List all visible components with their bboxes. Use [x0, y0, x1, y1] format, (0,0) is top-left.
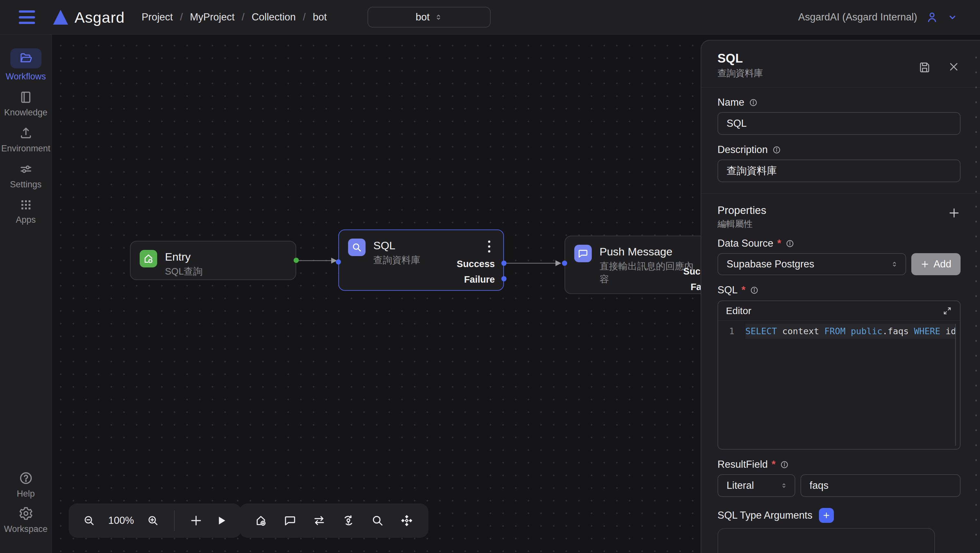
message-node-icon[interactable]: [283, 514, 297, 528]
help-circle-icon: [19, 471, 33, 486]
add-node-button[interactable]: [189, 514, 202, 527]
sql-code[interactable]: SELECT context FROM public.faqs WHERE id…: [745, 324, 955, 339]
sidebar-item-workflows[interactable]: Workflows: [0, 48, 51, 82]
output-success-label: Success: [457, 259, 495, 269]
port-entry-output[interactable]: [294, 258, 299, 263]
brand: Asgard: [53, 8, 125, 26]
breadcrumb: Project / MyProject / Collection / bot: [142, 11, 327, 23]
search-node-icon[interactable]: [371, 514, 384, 528]
name-input[interactable]: [718, 112, 961, 135]
save-icon[interactable]: [918, 61, 931, 73]
data-source-value: Supabase Postgres: [727, 258, 815, 270]
sidebar-item-label: Environment: [1, 143, 51, 154]
properties-title: Properties: [718, 203, 766, 217]
port-sql-success[interactable]: [501, 261, 506, 266]
sidebar-item-workspace[interactable]: Workspace: [0, 506, 51, 534]
info-icon[interactable]: [780, 460, 789, 469]
info-icon[interactable]: [750, 286, 759, 295]
result-field-type-value: Literal: [727, 480, 754, 491]
gear-icon: [19, 506, 33, 521]
line-number: 1: [718, 324, 745, 339]
info-icon[interactable]: [786, 239, 794, 248]
result-field-type-select[interactable]: Literal: [718, 474, 795, 497]
node-menu-kebab-icon[interactable]: [486, 239, 492, 255]
sidebar-item-environment[interactable]: Environment: [0, 126, 51, 154]
expand-icon[interactable]: [942, 306, 952, 316]
account-menu[interactable]: AsgardAI (Asgard Internal): [798, 11, 958, 24]
zoom-level: 100%: [108, 515, 134, 526]
add-sql-type-argument-button[interactable]: [819, 508, 834, 523]
add-data-source-button[interactable]: Add: [911, 253, 961, 275]
sidebar-item-label: Help: [17, 489, 35, 499]
upload-icon: [19, 126, 33, 140]
port-sql-input[interactable]: [336, 259, 341, 265]
breadcrumb-collection[interactable]: Collection: [251, 11, 296, 23]
breadcrumb-myproject[interactable]: MyProject: [190, 11, 235, 23]
move-node-icon[interactable]: [400, 514, 414, 528]
zoom-toolbar: 100%: [69, 504, 242, 538]
workflow-select[interactable]: bot: [368, 7, 491, 27]
result-field-label: ResultField *: [718, 459, 961, 470]
folder-icon: [19, 51, 33, 65]
description-label: Description: [718, 144, 961, 156]
node-title: SQL: [373, 239, 420, 252]
description-input[interactable]: [718, 159, 961, 182]
required-asterisk: *: [741, 284, 745, 296]
info-icon[interactable]: [772, 145, 781, 154]
search-icon: [348, 239, 366, 256]
data-source-select[interactable]: Supabase Postgres: [718, 253, 906, 275]
toolbar-divider: [174, 510, 175, 531]
run-workflow-button[interactable]: [215, 515, 227, 526]
chevron-down-icon: [947, 12, 958, 23]
sidebar: Workflows Knowledge Environment Settings…: [0, 35, 52, 553]
panel-divider: [701, 87, 980, 88]
updown-chevron-icon: [884, 260, 898, 268]
code-line-1[interactable]: 1 SELECT context FROM public.faqs WHERE …: [718, 324, 960, 339]
close-icon[interactable]: [948, 61, 959, 73]
required-asterisk: *: [772, 459, 775, 470]
home-plus-icon: [140, 250, 157, 268]
menu-icon[interactable]: [19, 10, 35, 24]
app-window: Asgard Project / MyProject / Collection …: [0, 0, 980, 553]
sidebar-item-settings[interactable]: Settings: [0, 162, 51, 190]
sidebar-item-label: Settings: [10, 180, 42, 190]
sidebar-item-help[interactable]: Help: [0, 471, 51, 499]
sidebar-item-label: Knowledge: [4, 108, 48, 118]
port-sql-failure[interactable]: [501, 276, 506, 281]
zoom-out-button[interactable]: [83, 515, 95, 527]
port-push-input[interactable]: [562, 261, 567, 266]
node-subtitle: 直接輸出訊息的回應內容: [600, 260, 697, 285]
breadcrumb-separator: /: [180, 11, 183, 23]
node-title: Entry: [165, 250, 202, 263]
breadcrumb-project[interactable]: Project: [142, 11, 173, 23]
account-name: AsgardAI (Asgard Internal): [798, 11, 917, 23]
node-config-panel: SQL 查詢資料庫 Name Description: [701, 40, 980, 553]
result-field-input[interactable]: [800, 474, 961, 497]
brand-name: Asgard: [75, 8, 125, 26]
info-icon[interactable]: [749, 98, 758, 107]
panel-header: SQL 查詢資料庫: [718, 50, 961, 80]
breadcrumb-separator: /: [242, 11, 245, 23]
breadcrumb-bot[interactable]: bot: [313, 11, 327, 23]
editor-title: Editor: [726, 305, 751, 316]
updown-chevron-icon: [774, 482, 788, 489]
node-entry[interactable]: Entry SQL查詢: [130, 241, 296, 280]
ai-refresh-node-icon[interactable]: [342, 514, 355, 528]
node-title: Push Message: [600, 245, 697, 258]
argument-box-partial: [718, 528, 935, 553]
entry-node-icon[interactable]: [254, 514, 268, 528]
node-subtitle: SQL查詢: [165, 265, 202, 278]
panel-scrollbar[interactable]: [975, 57, 977, 543]
chat-bubble-icon: [574, 245, 592, 262]
sql-editor[interactable]: Editor 1 SELECT context FROM public.faqs…: [718, 301, 961, 449]
breadcrumb-separator: /: [303, 11, 306, 23]
add-property-icon[interactable]: [948, 207, 961, 220]
sidebar-item-knowledge[interactable]: Knowledge: [0, 90, 51, 118]
zoom-in-button[interactable]: [147, 515, 159, 527]
sidebar-item-apps[interactable]: Apps: [0, 198, 51, 225]
user-icon: [926, 11, 939, 24]
swap-node-icon[interactable]: [312, 514, 326, 528]
sql-type-arguments-row: SQL Type Arguments: [718, 508, 961, 523]
node-sql[interactable]: SQL 查詢資料庫 Success Failure: [338, 229, 504, 291]
editor-scrollbar[interactable]: [955, 324, 956, 446]
